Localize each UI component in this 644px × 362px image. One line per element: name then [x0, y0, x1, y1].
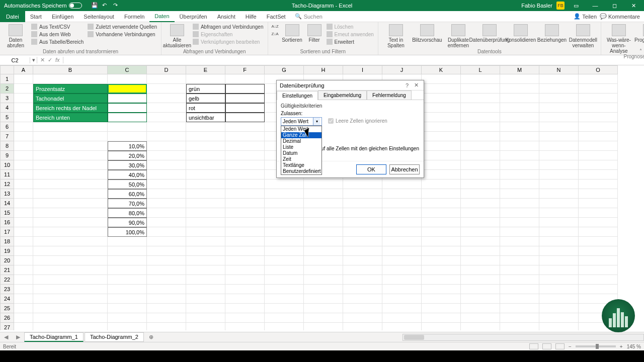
- sheet-nav-prev-icon[interactable]: ◀: [0, 334, 12, 340]
- cell[interactable]: [147, 199, 186, 208]
- cell[interactable]: [422, 189, 461, 199]
- row-header[interactable]: 18: [0, 237, 14, 246]
- cell[interactable]: [343, 218, 382, 227]
- cell[interactable]: [422, 160, 461, 170]
- cell[interactable]: [265, 218, 304, 227]
- cell[interactable]: [108, 74, 147, 84]
- column-header[interactable]: J: [382, 65, 422, 74]
- cell[interactable]: [382, 294, 422, 304]
- cell[interactable]: [304, 304, 343, 313]
- cell[interactable]: [14, 160, 33, 170]
- cell[interactable]: [225, 122, 265, 132]
- dropdown-option[interactable]: Dezimal: [281, 138, 321, 144]
- cell[interactable]: [461, 304, 500, 313]
- add-sheet-icon[interactable]: ⊕: [145, 334, 157, 340]
- dialog-help-icon[interactable]: ?: [403, 82, 412, 88]
- cell[interactable]: [539, 151, 579, 160]
- cell[interactable]: [147, 84, 186, 94]
- cell[interactable]: [186, 313, 225, 323]
- row-header[interactable]: 19: [0, 246, 14, 256]
- cell[interactable]: [225, 189, 265, 199]
- cell[interactable]: [382, 275, 422, 285]
- cell[interactable]: [500, 218, 539, 227]
- cell[interactable]: [579, 285, 618, 294]
- cell[interactable]: [147, 94, 186, 103]
- cell[interactable]: [422, 227, 461, 237]
- cell[interactable]: [186, 74, 225, 84]
- cell[interactable]: [422, 323, 461, 330]
- ribbon-button[interactable]: Beziehungen: [537, 23, 567, 43]
- cell[interactable]: [500, 246, 539, 256]
- cell[interactable]: [14, 237, 33, 246]
- cell[interactable]: [343, 275, 382, 285]
- column-header[interactable]: O: [579, 65, 618, 74]
- row-header[interactable]: 17: [0, 227, 14, 237]
- ribbon-item[interactable]: Aus dem Web: [30, 31, 85, 38]
- cell[interactable]: [14, 304, 33, 313]
- cell[interactable]: [461, 265, 500, 275]
- cell[interactable]: [147, 246, 186, 256]
- cell[interactable]: [186, 160, 225, 170]
- cell[interactable]: [33, 294, 108, 304]
- ribbon-item[interactable]: Aus Tabelle/Bereich: [30, 38, 85, 45]
- cell[interactable]: [186, 227, 225, 237]
- cell[interactable]: [108, 94, 147, 103]
- cell[interactable]: [108, 122, 147, 132]
- cell[interactable]: Bereich unten: [33, 113, 108, 122]
- cell[interactable]: [500, 113, 539, 122]
- cell[interactable]: [461, 151, 500, 160]
- row-header[interactable]: 5: [0, 113, 14, 122]
- cell[interactable]: [461, 218, 500, 227]
- cell[interactable]: [14, 275, 33, 285]
- cell[interactable]: [539, 84, 579, 94]
- ribbon-item[interactable]: Erneut anwenden: [326, 31, 375, 38]
- cell[interactable]: [265, 237, 304, 246]
- cell[interactable]: [500, 237, 539, 246]
- cell[interactable]: [14, 179, 33, 189]
- cell[interactable]: [265, 294, 304, 304]
- tab-einfügen[interactable]: Einfügen: [47, 11, 78, 22]
- cell[interactable]: [422, 179, 461, 189]
- column-header[interactable]: M: [500, 65, 539, 74]
- cell[interactable]: [14, 285, 33, 294]
- cell[interactable]: [186, 151, 225, 160]
- cell[interactable]: [304, 199, 343, 208]
- cell[interactable]: 30,0%: [108, 160, 147, 170]
- get-data-button[interactable]: Daten abrufen: [3, 23, 28, 48]
- cell[interactable]: [225, 141, 265, 151]
- normal-view-icon[interactable]: [529, 343, 538, 349]
- cell[interactable]: [225, 227, 265, 237]
- cell[interactable]: 80,0%: [108, 208, 147, 218]
- tab-factset[interactable]: FactSet: [262, 11, 291, 22]
- cell[interactable]: [265, 208, 304, 218]
- allow-dropdown-list[interactable]: Jeden WertGanze ZahlDezimalListeDatumZei…: [281, 126, 322, 175]
- cell[interactable]: [539, 227, 579, 237]
- cell[interactable]: [186, 265, 225, 275]
- cell[interactable]: [500, 227, 539, 237]
- cell[interactable]: gelb: [186, 94, 225, 103]
- minimize-icon[interactable]: —: [588, 0, 603, 11]
- cell[interactable]: 90,0%: [108, 218, 147, 227]
- cell[interactable]: [186, 323, 225, 330]
- column-header[interactable]: D: [147, 65, 186, 74]
- cell[interactable]: [539, 132, 579, 141]
- cell[interactable]: [186, 170, 225, 179]
- cell[interactable]: [422, 103, 461, 113]
- ribbon-item[interactable]: Vorhandene Verbindungen: [87, 31, 158, 38]
- cell[interactable]: [539, 94, 579, 103]
- cell[interactable]: [186, 179, 225, 189]
- cell[interactable]: [343, 256, 382, 265]
- cell[interactable]: [579, 246, 618, 256]
- tab-ansicht[interactable]: Ansicht: [212, 11, 240, 22]
- cell[interactable]: [14, 323, 33, 330]
- cell[interactable]: [500, 141, 539, 151]
- cell[interactable]: [304, 246, 343, 256]
- ribbon-button[interactable]: Duplikate entfernen: [444, 23, 473, 48]
- cell[interactable]: [500, 294, 539, 304]
- save-icon[interactable]: 💾: [91, 2, 98, 9]
- filter-button[interactable]: Filter: [305, 23, 324, 43]
- dropdown-option[interactable]: Textlänge: [281, 162, 321, 168]
- cell[interactable]: [186, 237, 225, 246]
- cell[interactable]: Tachonadel: [33, 94, 108, 103]
- cell[interactable]: [539, 141, 579, 151]
